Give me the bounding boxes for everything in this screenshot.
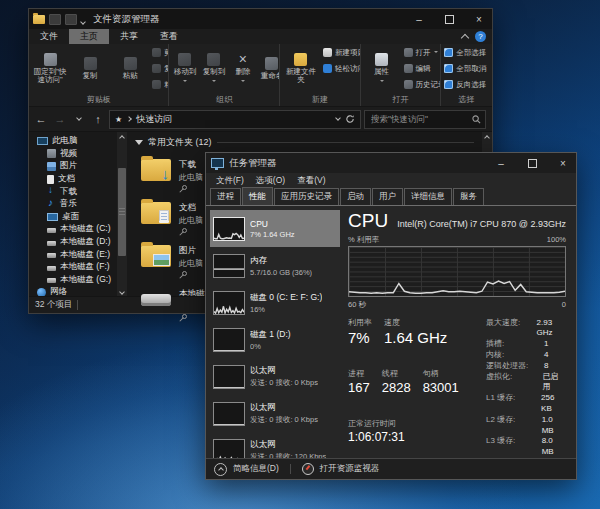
sidebar-item[interactable]: 本地磁盘 (G:) — [29, 274, 117, 287]
taskmgr-tab[interactable]: 启动 — [340, 188, 371, 205]
ribbon-button[interactable]: 打开 — [404, 45, 441, 60]
ribbon-tab[interactable]: 共享 — [109, 29, 149, 44]
explorer-maximize-button[interactable] — [436, 9, 462, 29]
ribbon-button[interactable]: 重命名 — [259, 45, 279, 92]
scrollbar-thumb[interactable] — [118, 168, 126, 256]
address-dropdown-icon[interactable] — [335, 115, 341, 121]
scroll-up-icon[interactable] — [119, 135, 125, 141]
section-title: 常用文件夹 (12) — [148, 136, 212, 149]
breadcrumb[interactable]: 快速访问 — [136, 113, 172, 126]
ribbon-group-label: 打开 — [361, 93, 441, 106]
taskmgr-tab[interactable]: 服务 — [453, 188, 484, 205]
explorer-close-button[interactable]: × — [466, 9, 492, 29]
taskmgr-tab[interactable]: 详细信息 — [404, 188, 452, 205]
cpu-panel: CPU Intel(R) Core(TM) i7 CPU 870 @ 2.93G… — [340, 206, 576, 458]
cpu-detail-row: L1 缓存: 256 KB — [486, 393, 566, 415]
ribbon-button[interactable]: 全部取消 — [444, 61, 486, 76]
sidebar-item[interactable]: 本地磁盘 (F:) — [29, 261, 117, 274]
taskmgr-minimize-button[interactable]: – — [488, 153, 514, 173]
refresh-icon[interactable] — [345, 114, 355, 124]
ribbon-button[interactable]: 新建项目 — [323, 45, 360, 60]
ribbon-button[interactable]: 全部选择 — [444, 45, 486, 60]
ribbon-button[interactable]: 复制 — [72, 45, 108, 92]
ribbon-tab[interactable]: 主页 — [69, 29, 109, 44]
explorer-minimize-button[interactable]: – — [406, 9, 432, 29]
sidebar-item[interactable]: 音乐 — [29, 198, 117, 211]
performance-sidebar-item[interactable]: 以太网 发送: 0 接收: 120 Kbps — [210, 432, 340, 458]
collapse-ribbon-icon[interactable] — [461, 33, 469, 41]
sidebar-item[interactable]: 视频 — [29, 148, 117, 161]
explorer-titlebar[interactable]: 文件资源管理器 – × — [29, 9, 492, 29]
ribbon-button[interactable]: 删除 — [230, 45, 255, 92]
forward-button[interactable]: → — [52, 111, 68, 127]
detail-label: 逻辑处理器: — [486, 361, 544, 372]
sidebar-item[interactable]: 此电脑 — [29, 135, 117, 148]
sidebar-item[interactable]: 下载 — [29, 185, 117, 198]
menu-item[interactable]: 查看(V) — [291, 175, 331, 187]
ribbon-group-label: 新建 — [280, 93, 360, 106]
taskmgr-tab[interactable]: 进程 — [210, 188, 241, 205]
address-bar[interactable]: ★ 快速访问 — [109, 110, 361, 129]
open-resource-monitor-link[interactable]: 打开资源监视器 — [320, 463, 380, 475]
back-button[interactable]: ← — [33, 111, 49, 127]
performance-sidebar-item[interactable]: 以太网 发送: 0 接收: 0 Kbps — [210, 395, 340, 432]
ribbon-button[interactable]: 剪切 — [152, 45, 168, 60]
collapse-details-icon[interactable] — [214, 463, 227, 476]
ribbon-button[interactable]: 反向选择 — [444, 77, 486, 92]
quick-access-toolbar-button[interactable] — [49, 14, 61, 25]
taskmgr-tab[interactable]: 性能 — [242, 187, 273, 205]
ribbon-group-open: 属性 打开 编辑 — [361, 44, 442, 106]
sidebar-item[interactable]: 本地磁盘 (D:) — [29, 236, 117, 249]
ribbon-button[interactable]: 新建文件夹 — [283, 45, 319, 92]
ribbon-tab[interactable]: 文件 — [29, 29, 69, 44]
taskmgr-tab[interactable]: 应用历史记录 — [274, 188, 339, 205]
performance-sidebar-item[interactable]: 磁盘 0 (C: E: F: G:) 16% — [210, 284, 340, 321]
help-icon[interactable]: ? — [475, 31, 486, 42]
sidebar-item-icon — [47, 187, 56, 196]
recent-locations-dropdown[interactable] — [71, 111, 87, 127]
ribbon-button[interactable]: 复制到 — [201, 45, 226, 92]
quick-access-toolbar-button[interactable] — [65, 14, 77, 25]
sidebar-item[interactable]: 桌面 — [29, 211, 117, 224]
ribbon-button[interactable]: 移动到 — [172, 45, 197, 92]
sidebar-item-icon — [47, 278, 56, 283]
performance-sidebar-item[interactable]: 内存 5.7/16.0 GB (36%) — [210, 247, 340, 284]
ribbon-button-icon — [375, 53, 388, 66]
detail-value: 1 — [544, 339, 548, 350]
ribbon-button[interactable]: 编辑 — [404, 61, 441, 76]
sidebar-item[interactable]: 本地磁盘 (C:) — [29, 223, 117, 236]
ribbon-button[interactable]: 固定到"快速访问" — [32, 45, 68, 92]
sidebar-item[interactable]: 网络 — [29, 286, 117, 296]
performance-sidebar-item[interactable]: 磁盘 1 (D:) 0% — [210, 321, 340, 358]
ribbon-tab[interactable]: 查看 — [149, 29, 189, 44]
ribbon-button[interactable]: 粘贴 — [112, 45, 148, 92]
scroll-down-icon[interactable] — [119, 289, 125, 295]
ribbon-button[interactable]: 复制路径 — [152, 61, 168, 76]
taskmgr-tab[interactable]: 用户 — [372, 188, 403, 205]
ribbon-button[interactable]: 轻松访问 — [323, 61, 360, 76]
section-header-frequent-folders[interactable]: 常用文件夹 (12) — [135, 136, 480, 149]
sidebar-item[interactable]: 文档 — [29, 173, 117, 186]
taskmgr-close-button[interactable]: × — [550, 153, 576, 173]
performance-sidebar-item[interactable]: 以太网 发送: 0 接收: 0 Kbps — [210, 358, 340, 395]
search-box — [364, 110, 486, 129]
search-input[interactable] — [369, 113, 472, 125]
sidebar-item[interactable]: 本地磁盘 (E:) — [29, 248, 117, 261]
taskmgr-maximize-button[interactable] — [519, 153, 545, 173]
ribbon-group-clipboard: 固定到"快速访问" 复制 粘贴 — [29, 44, 169, 106]
taskmgr-titlebar[interactable]: 任务管理器 – × — [206, 153, 576, 173]
performance-sidebar-item[interactable]: CPU 7% 1.64 GHz — [210, 210, 340, 247]
detail-label: 内核: — [486, 350, 544, 361]
up-button[interactable]: ↑ — [90, 111, 106, 127]
menu-item[interactable]: 选项(O) — [250, 175, 291, 187]
ribbon-button[interactable]: 属性 — [364, 45, 400, 92]
sidebar-item[interactable]: 图片 — [29, 160, 117, 173]
ribbon-button[interactable]: 粘贴快捷方式 — [152, 77, 168, 92]
fewer-details-link[interactable]: 简略信息(D) — [233, 463, 279, 475]
scroll-up-icon[interactable] — [484, 135, 490, 141]
sidebar-scrollbar[interactable] — [117, 132, 127, 296]
collapse-section-icon[interactable] — [135, 140, 143, 145]
menu-item[interactable]: 文件(F) — [210, 175, 250, 187]
quick-access-toolbar-dropdown-icon[interactable] — [81, 10, 85, 28]
ribbon-button[interactable]: 历史记录 — [404, 77, 441, 92]
